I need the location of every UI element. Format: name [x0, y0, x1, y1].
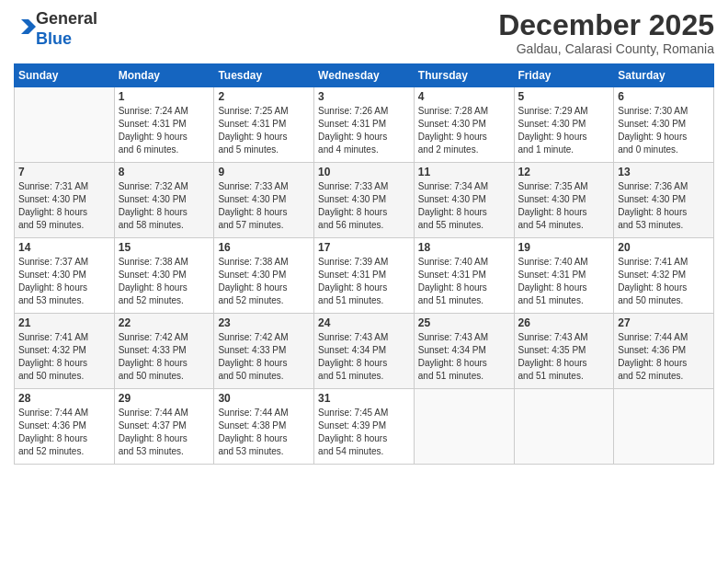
day-info: Sunrise: 7:36 AM Sunset: 4:30 PM Dayligh…: [618, 180, 710, 232]
day-number: 26: [518, 316, 610, 329]
day-info: Sunrise: 7:29 AM Sunset: 4:30 PM Dayligh…: [518, 105, 610, 156]
calendar-cell: 20Sunrise: 7:41 AM Sunset: 4:32 PM Dayli…: [614, 238, 714, 314]
calendar-week-5: 28Sunrise: 7:44 AM Sunset: 4:36 PM Dayli…: [15, 389, 714, 465]
day-number: 9: [218, 166, 310, 178]
calendar-cell: 25Sunrise: 7:43 AM Sunset: 4:34 PM Dayli…: [414, 314, 514, 389]
day-number: 3: [318, 90, 410, 103]
calendar-cell: 15Sunrise: 7:38 AM Sunset: 4:30 PM Dayli…: [114, 238, 214, 314]
calendar-week-4: 21Sunrise: 7:41 AM Sunset: 4:32 PM Dayli…: [15, 314, 714, 389]
day-info: Sunrise: 7:37 AM Sunset: 4:30 PM Dayligh…: [18, 256, 110, 307]
day-number: 18: [418, 241, 510, 254]
day-number: 5: [518, 90, 610, 103]
title-block: December 2025 Galdau, Calarasi County, R…: [498, 9, 714, 56]
header: General Blue December 2025 Galdau, Calar…: [14, 9, 714, 56]
calendar-cell: 27Sunrise: 7:44 AM Sunset: 4:36 PM Dayli…: [614, 314, 714, 389]
day-number: 17: [318, 241, 410, 254]
day-info: Sunrise: 7:40 AM Sunset: 4:31 PM Dayligh…: [418, 256, 510, 307]
day-info: Sunrise: 7:44 AM Sunset: 4:36 PM Dayligh…: [618, 331, 710, 383]
day-info: Sunrise: 7:42 AM Sunset: 4:33 PM Dayligh…: [119, 331, 210, 383]
day-number: 20: [618, 241, 710, 254]
calendar-cell: 22Sunrise: 7:42 AM Sunset: 4:33 PM Dayli…: [114, 314, 214, 389]
weekday-header-wednesday: Wednesday: [314, 64, 415, 87]
calendar-cell: 4Sunrise: 7:28 AM Sunset: 4:30 PM Daylig…: [414, 87, 514, 163]
calendar-cell: 29Sunrise: 7:44 AM Sunset: 4:37 PM Dayli…: [114, 389, 214, 465]
calendar-cell: 5Sunrise: 7:29 AM Sunset: 4:30 PM Daylig…: [514, 87, 614, 163]
weekday-header-saturday: Saturday: [614, 64, 714, 87]
calendar-cell: [414, 389, 514, 465]
calendar-cell: 31Sunrise: 7:45 AM Sunset: 4:39 PM Dayli…: [314, 389, 415, 465]
calendar-week-1: 1Sunrise: 7:24 AM Sunset: 4:31 PM Daylig…: [15, 87, 714, 163]
day-info: Sunrise: 7:43 AM Sunset: 4:34 PM Dayligh…: [318, 331, 410, 383]
day-number: 25: [418, 316, 510, 329]
weekday-row: SundayMondayTuesdayWednesdayThursdayFrid…: [15, 64, 714, 87]
weekday-header-thursday: Thursday: [414, 64, 514, 87]
day-number: 14: [18, 241, 110, 254]
day-info: Sunrise: 7:44 AM Sunset: 4:37 PM Dayligh…: [119, 407, 210, 458]
calendar-cell: 23Sunrise: 7:42 AM Sunset: 4:33 PM Dayli…: [214, 314, 314, 389]
calendar-cell: 8Sunrise: 7:32 AM Sunset: 4:30 PM Daylig…: [114, 163, 214, 238]
day-info: Sunrise: 7:38 AM Sunset: 4:30 PM Dayligh…: [218, 256, 310, 307]
day-number: 1: [119, 90, 210, 103]
day-info: Sunrise: 7:39 AM Sunset: 4:31 PM Dayligh…: [318, 256, 410, 307]
calendar-body: 1Sunrise: 7:24 AM Sunset: 4:31 PM Daylig…: [15, 87, 714, 465]
day-number: 21: [18, 316, 110, 329]
day-info: Sunrise: 7:33 AM Sunset: 4:30 PM Dayligh…: [218, 180, 310, 232]
day-info: Sunrise: 7:33 AM Sunset: 4:30 PM Dayligh…: [318, 180, 410, 232]
calendar-cell: 7Sunrise: 7:31 AM Sunset: 4:30 PM Daylig…: [15, 163, 115, 238]
svg-marker-0: [21, 19, 36, 34]
day-info: Sunrise: 7:45 AM Sunset: 4:39 PM Dayligh…: [318, 407, 410, 458]
location-title: Galdau, Calarasi County, Romania: [498, 41, 714, 56]
calendar-cell: 21Sunrise: 7:41 AM Sunset: 4:32 PM Dayli…: [15, 314, 115, 389]
calendar-cell: 11Sunrise: 7:34 AM Sunset: 4:30 PM Dayli…: [414, 163, 514, 238]
day-info: Sunrise: 7:41 AM Sunset: 4:32 PM Dayligh…: [618, 256, 710, 307]
day-number: 28: [18, 392, 110, 405]
calendar-cell: [514, 389, 614, 465]
day-number: 4: [418, 90, 510, 103]
day-number: 7: [18, 166, 110, 178]
calendar-cell: 12Sunrise: 7:35 AM Sunset: 4:30 PM Dayli…: [514, 163, 614, 238]
day-info: Sunrise: 7:35 AM Sunset: 4:30 PM Dayligh…: [518, 180, 610, 232]
calendar-cell: 16Sunrise: 7:38 AM Sunset: 4:30 PM Dayli…: [214, 238, 314, 314]
calendar-page: General Blue December 2025 Galdau, Calar…: [0, 0, 728, 563]
month-title: December 2025: [498, 9, 714, 41]
day-info: Sunrise: 7:32 AM Sunset: 4:30 PM Dayligh…: [119, 180, 210, 232]
day-info: Sunrise: 7:28 AM Sunset: 4:30 PM Dayligh…: [418, 105, 510, 156]
day-number: 2: [218, 90, 310, 103]
calendar-cell: 6Sunrise: 7:30 AM Sunset: 4:30 PM Daylig…: [614, 87, 714, 163]
day-number: 24: [318, 316, 410, 329]
day-info: Sunrise: 7:40 AM Sunset: 4:31 PM Dayligh…: [518, 256, 610, 307]
calendar-cell: 17Sunrise: 7:39 AM Sunset: 4:31 PM Dayli…: [314, 238, 415, 314]
logo-blue: Blue: [36, 29, 72, 48]
calendar-cell: 2Sunrise: 7:25 AM Sunset: 4:31 PM Daylig…: [214, 87, 314, 163]
calendar-cell: [614, 389, 714, 465]
day-number: 8: [119, 166, 210, 178]
day-info: Sunrise: 7:44 AM Sunset: 4:38 PM Dayligh…: [218, 407, 310, 458]
calendar-cell: 18Sunrise: 7:40 AM Sunset: 4:31 PM Dayli…: [414, 238, 514, 314]
calendar-cell: 24Sunrise: 7:43 AM Sunset: 4:34 PM Dayli…: [314, 314, 415, 389]
day-number: 16: [218, 241, 310, 254]
day-info: Sunrise: 7:31 AM Sunset: 4:30 PM Dayligh…: [18, 180, 110, 232]
calendar-cell: 30Sunrise: 7:44 AM Sunset: 4:38 PM Dayli…: [214, 389, 314, 465]
calendar-cell: 10Sunrise: 7:33 AM Sunset: 4:30 PM Dayli…: [314, 163, 415, 238]
day-number: 22: [119, 316, 210, 329]
day-number: 30: [218, 392, 310, 405]
day-info: Sunrise: 7:24 AM Sunset: 4:31 PM Dayligh…: [119, 105, 210, 156]
calendar-cell: 26Sunrise: 7:43 AM Sunset: 4:35 PM Dayli…: [514, 314, 614, 389]
calendar-cell: 14Sunrise: 7:37 AM Sunset: 4:30 PM Dayli…: [15, 238, 115, 314]
day-number: 10: [318, 166, 410, 178]
calendar-week-3: 14Sunrise: 7:37 AM Sunset: 4:30 PM Dayli…: [15, 238, 714, 314]
day-info: Sunrise: 7:41 AM Sunset: 4:32 PM Dayligh…: [18, 331, 110, 383]
calendar-cell: 19Sunrise: 7:40 AM Sunset: 4:31 PM Dayli…: [514, 238, 614, 314]
weekday-header-monday: Monday: [114, 64, 214, 87]
weekday-header-sunday: Sunday: [15, 64, 115, 87]
calendar-week-2: 7Sunrise: 7:31 AM Sunset: 4:30 PM Daylig…: [15, 163, 714, 238]
weekday-header-friday: Friday: [514, 64, 614, 87]
day-number: 11: [418, 166, 510, 178]
day-info: Sunrise: 7:30 AM Sunset: 4:30 PM Dayligh…: [618, 105, 710, 156]
day-number: 27: [618, 316, 710, 329]
day-number: 15: [119, 241, 210, 254]
day-info: Sunrise: 7:34 AM Sunset: 4:30 PM Dayligh…: [418, 180, 510, 232]
day-number: 23: [218, 316, 310, 329]
day-info: Sunrise: 7:43 AM Sunset: 4:35 PM Dayligh…: [518, 331, 610, 383]
day-info: Sunrise: 7:38 AM Sunset: 4:30 PM Dayligh…: [119, 256, 210, 307]
